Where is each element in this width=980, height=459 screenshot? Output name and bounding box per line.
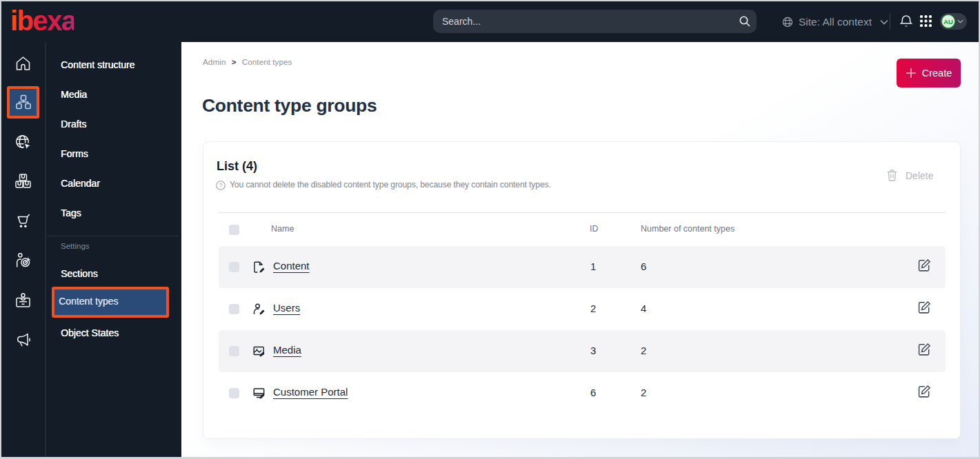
- svg-text:?: ?: [219, 182, 223, 189]
- svg-text:ibexa: ibexa: [10, 6, 74, 36]
